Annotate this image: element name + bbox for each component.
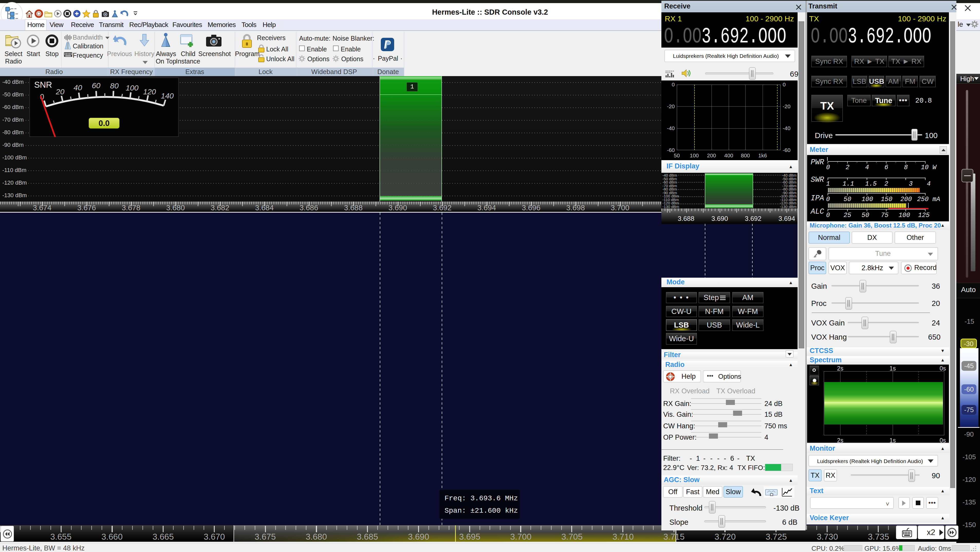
svg-text:140: 140 [161, 91, 174, 100]
svg-text:100: 100 [126, 83, 138, 92]
svg-text:20: 20 [56, 88, 65, 96]
svg-text:120: 120 [143, 88, 156, 96]
svg-text:40: 40 [73, 83, 82, 92]
svg-text:80: 80 [110, 81, 119, 90]
svg-text:60: 60 [92, 81, 100, 90]
